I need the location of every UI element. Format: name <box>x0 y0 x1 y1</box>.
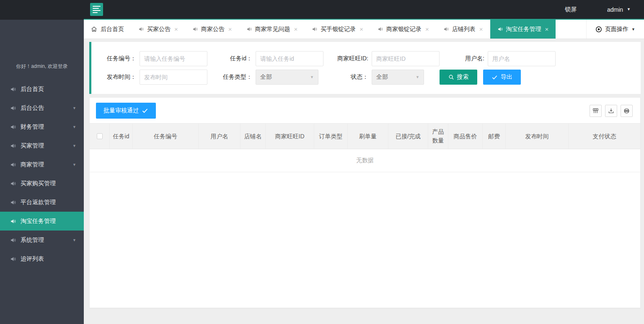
publish-time-input[interactable] <box>140 70 207 85</box>
lock-screen-button[interactable]: 锁屏 <box>565 6 577 13</box>
close-icon[interactable]: × <box>174 26 178 33</box>
sidebar-toggle-button[interactable] <box>90 3 103 16</box>
col-order-type: 订单类型 <box>314 124 348 149</box>
batch-approve-button[interactable]: 批量审核通过 <box>96 103 156 119</box>
field-task-id: 任务id： <box>207 51 323 66</box>
sidebar-item-system[interactable]: 系统管理 ▼ <box>0 231 84 249</box>
task-id-label: 任务id： <box>207 55 256 62</box>
close-icon[interactable]: × <box>479 26 483 33</box>
search-icon <box>448 74 454 80</box>
speaker-icon <box>138 26 144 32</box>
filter-row-2: 发布时间： 任务类型： 全部 ▼ 状态： <box>91 68 641 86</box>
sidebar-item-finance[interactable]: 财务管理 ▼ <box>0 117 84 136</box>
field-task-type: 任务类型： 全部 ▼ <box>207 70 323 85</box>
tab-buyer-ingot-log[interactable]: 买手银锭记录 × <box>305 20 370 39</box>
search-filter-panel: 任务编号： 任务id： 商家旺旺ID: 用户名: <box>89 42 641 94</box>
tab-shop-list[interactable]: 店铺列表 × <box>436 20 490 39</box>
field-task-no: 任务编号： <box>91 51 207 66</box>
filter-row-1: 任务编号： 任务id： 商家旺旺ID: 用户名: <box>91 49 641 68</box>
username-input[interactable] <box>488 51 556 66</box>
task-type-select[interactable]: 全部 ▼ <box>256 70 318 85</box>
wangwang-id-label: 商家旺旺ID: <box>323 55 372 62</box>
search-button[interactable]: 搜索 <box>440 70 477 85</box>
main-area: 后台首页 买家公告 × 商家公告 × 商家常见问题 <box>84 19 644 324</box>
select-all-checkbox[interactable] <box>97 133 103 139</box>
speaker-icon <box>443 26 449 32</box>
username-label: admin <box>607 6 623 13</box>
task-table-card: 批量审核通过 <box>89 97 641 308</box>
batch-approve-label: 批量审核通过 <box>103 107 139 114</box>
speaker-icon <box>10 181 16 187</box>
sidebar-item-notice[interactable]: 后台公告 ▼ <box>0 98 84 117</box>
sidebar-item-label: 商家管理 <box>21 161 44 168</box>
speaker-icon <box>10 256 16 262</box>
sidebar-item-buyer-mgmt[interactable]: 买家管理 ▼ <box>0 136 84 155</box>
tab-taobao-task[interactable]: 淘宝任务管理 × <box>490 20 556 39</box>
tab-home[interactable]: 后台首页 <box>84 20 131 39</box>
col-product-price: 商品售价 <box>448 124 483 149</box>
filter-columns-button[interactable] <box>590 105 602 117</box>
sidebar-item-merchant-mgmt[interactable]: 商家管理 ▼ <box>0 155 84 174</box>
tab-merchant-faq[interactable]: 商家常见问题 × <box>239 20 305 39</box>
close-icon[interactable]: × <box>294 26 298 33</box>
sidebar-item-label: 系统管理 <box>21 236 44 244</box>
export-button[interactable]: 导出 <box>483 70 521 85</box>
tab-buyer-notice[interactable]: 买家公告 × <box>131 20 185 39</box>
sidebar-item-review-list[interactable]: 追评列表 <box>0 249 84 268</box>
wangwang-id-input[interactable] <box>372 51 440 66</box>
print-button[interactable] <box>621 105 633 117</box>
tab-label: 商家银锭记录 <box>386 26 422 33</box>
close-icon[interactable]: × <box>228 26 232 33</box>
task-no-label: 任务编号： <box>91 55 140 62</box>
sidebar-item-taobao-task[interactable]: 淘宝任务管理 <box>0 212 84 231</box>
col-postage: 邮费 <box>483 124 506 149</box>
export-icon <box>608 108 614 114</box>
speaker-icon <box>10 143 16 149</box>
print-icon <box>623 108 630 114</box>
table-toolbar: 批量审核通过 <box>90 98 640 123</box>
columns-icon <box>592 108 599 114</box>
sidebar: 你好！admin, 欢迎登录 后台首页 后台公告 ▼ 财务管理 <box>0 19 84 324</box>
table-header-row: 任务id 任务编号 用户名 店铺名 商家旺旺ID 订单类型 刷单量 已接/完成 … <box>90 123 640 149</box>
user-menu[interactable]: admin ▼ <box>607 6 644 13</box>
sidebar-item-label: 平台返款管理 <box>21 199 56 206</box>
topbar-right-group: 锁屏 admin ▼ <box>565 0 644 19</box>
sidebar-menu: 后台首页 后台公告 ▼ 财务管理 ▼ 买家管理 <box>0 80 84 268</box>
export-table-button[interactable] <box>605 105 617 117</box>
close-icon[interactable]: × <box>360 26 363 33</box>
status-value: 全部 <box>376 73 388 81</box>
speaker-icon <box>246 26 252 32</box>
tab-label: 商家常见问题 <box>255 26 290 33</box>
chevron-down-icon: ▼ <box>310 75 314 79</box>
col-pay-status: 支付状态 <box>569 124 640 149</box>
sidebar-item-buyer-purchase[interactable]: 买家购买管理 <box>0 174 84 193</box>
tab-bar: 后台首页 买家公告 × 商家公告 × 商家常见问题 <box>84 20 644 39</box>
sidebar-item-label: 追评列表 <box>21 255 44 263</box>
task-no-input[interactable] <box>140 51 207 66</box>
close-icon[interactable]: × <box>545 26 549 33</box>
task-type-label: 任务类型： <box>207 73 256 81</box>
table-tool-icons <box>590 105 633 117</box>
col-task-no: 任务编号 <box>133 124 199 149</box>
tab-merchant-ingot-log[interactable]: 商家银锭记录 × <box>370 20 436 39</box>
tab-merchant-notice[interactable]: 商家公告 × <box>185 20 239 39</box>
chevron-down-icon: ▼ <box>72 125 76 129</box>
col-wangwang-id: 商家旺旺ID <box>266 124 314 149</box>
status-select[interactable]: 全部 ▼ <box>372 70 424 85</box>
sidebar-item-home[interactable]: 后台首页 <box>0 80 84 98</box>
speaker-icon <box>10 105 16 111</box>
speaker-icon <box>10 124 16 130</box>
sidebar-item-platform-refund[interactable]: 平台返款管理 <box>0 193 84 212</box>
chevron-down-icon: ▼ <box>416 75 419 79</box>
target-icon <box>595 26 602 33</box>
page-actions-dropdown[interactable]: 页面操作 ▼ <box>586 20 644 39</box>
username-label: 用户名: <box>440 55 488 62</box>
task-type-value: 全部 <box>260 73 272 81</box>
chevron-down-icon: ▼ <box>72 238 76 242</box>
close-icon[interactable]: × <box>425 26 429 33</box>
top-header-bar: 锁屏 admin ▼ <box>0 0 644 19</box>
task-id-input[interactable] <box>256 51 323 66</box>
tab-label: 买手银锭记录 <box>321 26 356 33</box>
field-wangwang-id: 商家旺旺ID: <box>323 51 440 66</box>
sidebar-item-label: 后台首页 <box>21 86 44 93</box>
